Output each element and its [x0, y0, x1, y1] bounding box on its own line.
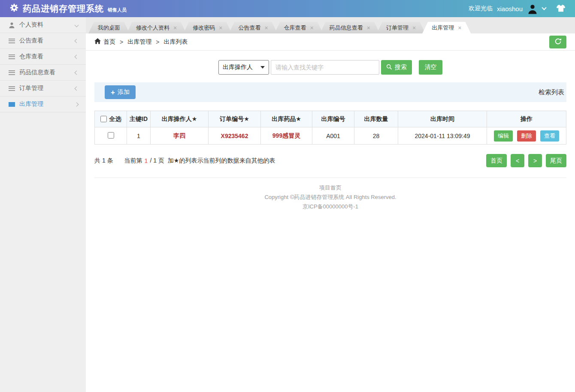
row-quantity-cell: 28	[354, 127, 398, 145]
close-icon[interactable]: ×	[412, 25, 416, 31]
search-button-label: 搜索	[395, 63, 407, 71]
next-page-button[interactable]: >	[528, 154, 542, 167]
close-icon[interactable]: ×	[264, 25, 268, 31]
pagination: 共 1 条 当前第 1 / 1 页 加★的列表示当前列的数据来自其他的表 首页 …	[94, 154, 566, 167]
clear-button-label: 清空	[425, 63, 437, 71]
star-note: 加★的列表示当前列的数据来自其他的表	[168, 157, 275, 165]
tshirt-icon[interactable]	[556, 4, 566, 13]
icp-text: 京ICP备00000000号-1	[94, 202, 566, 211]
add-button-label: 添加	[118, 88, 130, 96]
breadcrumb: 首页 > 出库管理 > 出库列表	[86, 33, 575, 51]
close-icon[interactable]: ×	[219, 25, 222, 31]
list-icon	[8, 39, 15, 43]
search-button[interactable]: 搜索	[381, 60, 412, 75]
close-icon[interactable]: ×	[310, 25, 314, 31]
sidebar-item-label: 药品信息查看	[19, 69, 75, 76]
list-icon	[8, 70, 15, 75]
site-footer: 项目首页 Copyright ©药品进销存管理系统 All Rights Res…	[94, 178, 566, 211]
list-icon	[8, 102, 15, 107]
content: 出库操作人 搜索 清空	[86, 60, 575, 211]
user-icon	[8, 22, 15, 28]
sidebar-item-profile[interactable]: 个人资料	[0, 17, 86, 33]
chevron-left-icon	[75, 39, 79, 43]
breadcrumb-separator: >	[120, 39, 123, 45]
chevron-left-icon	[75, 70, 79, 75]
close-icon[interactable]: ×	[367, 25, 370, 31]
brand: 药品进销存管理系统 销售人员	[9, 3, 127, 15]
avatar[interactable]	[527, 3, 538, 14]
delete-button[interactable]: 删除	[517, 130, 536, 142]
sidebar-item-outbound[interactable]: 出库管理	[0, 96, 86, 112]
select-all-checkbox[interactable]	[100, 116, 107, 122]
chevron-down-icon	[260, 66, 265, 69]
close-icon[interactable]: ×	[173, 25, 177, 31]
list-icon	[8, 54, 15, 59]
sidebar-item-label: 个人资料	[19, 21, 75, 29]
col-header-quantity: 出库数量	[354, 111, 398, 127]
edit-button[interactable]: 编辑	[494, 130, 513, 142]
pagination-buttons: 首页 < > 尾页	[486, 154, 566, 167]
app-title: 药品进销存管理系统	[23, 3, 104, 15]
sidebar-item-label: 仓库查看	[19, 53, 75, 60]
breadcrumb-home[interactable]: 首页	[94, 38, 115, 46]
select-all-header: 全选	[95, 111, 127, 127]
home-icon	[94, 38, 101, 45]
sidebar-item-announcements[interactable]: 公告查看	[0, 33, 86, 49]
tab-drug-info[interactable]: 药品信息查看 ×	[320, 22, 380, 33]
tab-label: 修改密码	[193, 22, 215, 33]
col-header-drug: 出库药品★	[261, 111, 312, 127]
close-icon[interactable]: ×	[458, 25, 461, 31]
sidebar-item-drug-info[interactable]: 药品信息查看	[0, 65, 86, 81]
tab-orders[interactable]: 订单管理 ×	[377, 22, 425, 33]
sidebar-item-warehouse[interactable]: 仓库查看	[0, 49, 86, 65]
sidebar-item-orders[interactable]: 订单管理	[0, 81, 86, 96]
sidebar-item-label: 订单管理	[19, 84, 75, 92]
col-header-actions: 操作	[487, 111, 566, 127]
first-page-button[interactable]: 首页	[486, 154, 507, 167]
app-header: 药品进销存管理系统 销售人员 欢迎光临 xiaoshou	[0, 0, 575, 17]
tab-label: 我的桌面	[98, 22, 120, 33]
breadcrumb-outbound[interactable]: 出库管理	[127, 38, 151, 46]
sidebar: 个人资料 公告查看 仓库查看 药品信息查看 订单管理 出库管理	[0, 17, 86, 392]
chevron-down-icon[interactable]	[542, 5, 546, 10]
row-checkbox[interactable]	[108, 132, 114, 139]
tab-my-desktop[interactable]: 我的桌面	[88, 22, 130, 33]
view-button[interactable]: 查看	[540, 130, 559, 142]
row-outbound-no-cell: A001	[312, 127, 354, 145]
header-user-area: 欢迎光临 xiaoshou	[469, 3, 566, 14]
app-window: 药品进销存管理系统 销售人员 欢迎光临 xiaoshou	[0, 0, 575, 392]
row-actions-cell: 编辑 删除 查看	[487, 127, 566, 145]
project-home-link[interactable]: 项目首页	[94, 183, 566, 193]
user-role-label: 销售人员	[108, 7, 127, 13]
chevron-left-icon	[75, 54, 79, 59]
breadcrumb-current: 出库列表	[163, 38, 188, 46]
list-toolbar: + 添加 检索列表	[94, 82, 566, 102]
tab-warehouse[interactable]: 仓库查看 ×	[275, 22, 323, 33]
clear-button[interactable]: 清空	[419, 60, 442, 75]
tab-label: 修改个人资料	[136, 22, 169, 33]
outbound-table: 全选 主键ID 出库操作人★ 订单编号★ 出库药品★ 出库编号 出库数量 出库时…	[94, 111, 566, 145]
breadcrumb-separator: >	[156, 39, 159, 45]
search-bar: 出库操作人 搜索 清空	[94, 60, 566, 75]
list-icon	[8, 86, 15, 91]
filter-select[interactable]: 出库操作人	[218, 60, 269, 75]
col-header-operator: 出库操作人★	[151, 111, 209, 127]
sidebar-item-label: 出库管理	[19, 100, 75, 108]
tab-announcements[interactable]: 公告查看 ×	[229, 22, 277, 33]
current-page-prefix: 当前第	[124, 157, 142, 165]
col-header-time: 出库时间	[398, 111, 487, 127]
tab-outbound[interactable]: 出库管理 ×	[422, 22, 471, 33]
prev-page-button[interactable]: <	[511, 154, 524, 167]
filter-selected-value: 出库操作人	[223, 63, 253, 71]
sidebar-item-label: 公告查看	[19, 37, 75, 45]
tab-label: 药品信息查看	[330, 22, 363, 33]
last-page-button[interactable]: 尾页	[546, 154, 566, 167]
current-page-number: 1	[145, 157, 148, 164]
refresh-button[interactable]	[549, 36, 566, 48]
tab-change-password[interactable]: 修改密码 ×	[183, 22, 232, 33]
tab-edit-profile[interactable]: 修改个人资料 ×	[127, 22, 186, 33]
chevron-right-icon	[75, 102, 79, 106]
add-button[interactable]: + 添加	[105, 85, 136, 99]
panel-title: 检索列表	[539, 88, 564, 96]
search-input[interactable]	[271, 60, 379, 75]
